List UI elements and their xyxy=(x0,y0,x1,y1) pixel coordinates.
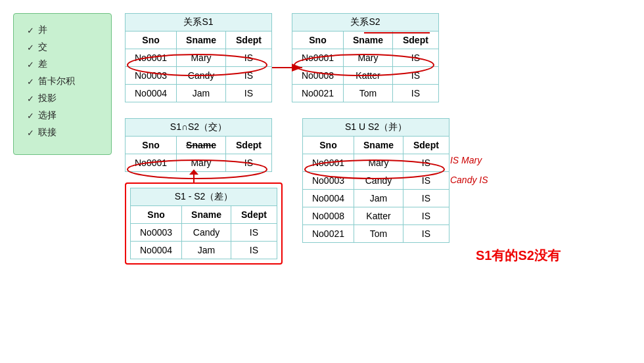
union-r4-sdept: IS xyxy=(403,207,449,225)
union-r4-sname: Katter xyxy=(354,207,403,225)
s1-header-sname: Sname xyxy=(177,32,226,49)
union-title: S1 U S2（并） xyxy=(302,119,449,137)
int-row-1: No0001 Mary IS xyxy=(126,154,272,172)
s1-table-wrapper: 关系S1 Sno Sname Sdept No0001 Mary IS xyxy=(125,13,272,102)
union-r1-sname: Mary xyxy=(354,154,403,172)
bottom-row: S1∩S2（交） Sno Sname Sdept No0001 Ma xyxy=(125,118,631,265)
sidebar-item-label: 笛卡尔积 xyxy=(38,75,75,87)
sidebar-item-cha: ✓ 差 xyxy=(27,58,98,70)
sidebar-item-selection: ✓ 选择 xyxy=(27,110,98,121)
s1-row-3: No0004 Jam IS xyxy=(126,85,272,102)
s1-r1-sdept: IS xyxy=(225,49,271,67)
s2-r1-sdept: IS xyxy=(392,49,438,67)
sidebar-item-label: 选择 xyxy=(38,110,57,121)
s2-header-sdept: Sdept xyxy=(392,32,438,49)
s2-r1-sname: Mary xyxy=(344,49,393,67)
sidebar-item-join: ✓ 联接 xyxy=(27,127,98,139)
s1-header-sno: Sno xyxy=(126,32,177,49)
s2-title: 关系S2 xyxy=(292,14,438,32)
diff-r1-sdept: IS xyxy=(231,224,277,242)
s1-table: 关系S1 Sno Sname Sdept No0001 Mary IS xyxy=(125,13,272,102)
union-r5-sdept: IS xyxy=(403,225,449,243)
s1-header-sdept: Sdept xyxy=(225,32,271,49)
s1-row-1: No0001 Mary IS xyxy=(126,49,272,67)
union-r5-sno: No0021 xyxy=(302,225,354,243)
s2-row-1: No0001 Mary IS xyxy=(292,49,438,67)
union-annotation-candy-is: Candy IS xyxy=(450,175,488,185)
diff-r1-sname: Candy xyxy=(182,224,231,242)
union-r4-sno: No0008 xyxy=(302,207,354,225)
int-header-sdept: Sdept xyxy=(225,137,271,154)
sidebar-item-label: 投影 xyxy=(38,93,57,104)
sidebar-item-label: 并 xyxy=(38,24,47,36)
s2-row-3: No0021 Tom IS xyxy=(292,85,438,102)
diff-row-2: No0004 Jam IS xyxy=(131,242,277,259)
union-r3-sno: No0004 xyxy=(302,190,354,207)
s1-r3-sno: No0004 xyxy=(126,85,177,102)
s1-title: 关系S1 xyxy=(126,14,272,32)
union-wrapper: S1 U S2（并） Sno Sname Sdept No0001 Mary I… xyxy=(302,118,449,243)
s2-header-sname: Sname xyxy=(344,32,393,49)
union-row-4: No0008 Katter IS xyxy=(302,207,449,225)
sidebar-item-projection: ✓ 投影 xyxy=(27,93,98,104)
s2-r3-sname: Tom xyxy=(344,85,393,102)
s2-table-wrapper: 关系S2 Sno Sname Sdept No0001 Mary IS xyxy=(292,13,439,102)
s1-row-2: No0003 Candy IS xyxy=(126,67,272,85)
s2-row-2: No0008 Katter IS xyxy=(292,67,438,85)
s1-r2-sname: Candy xyxy=(177,67,226,85)
check-icon: ✓ xyxy=(27,77,34,87)
diff-row-1: No0003 Candy IS xyxy=(131,224,277,242)
s1-r2-sno: No0003 xyxy=(126,67,177,85)
diff-r2-sdept: IS xyxy=(231,242,277,259)
diff-header-sdept: Sdept xyxy=(231,206,277,224)
s2-r1-sno: No0001 xyxy=(292,49,343,67)
union-header-sname: Sname xyxy=(354,137,403,154)
sidebar-item-bing: ✓ 并 xyxy=(27,24,98,36)
intersection-wrapper: S1∩S2（交） Sno Sname Sdept No0001 Ma xyxy=(125,118,272,172)
int-header-sname: Sname xyxy=(177,137,226,154)
diff-r2-sname: Jam xyxy=(182,242,231,259)
s2-r2-sname: Katter xyxy=(344,67,393,85)
union-row-2: No0003 Candy IS xyxy=(302,172,449,190)
union-r1-sno: No0001 xyxy=(302,154,354,172)
sidebar-item-label: 差 xyxy=(38,58,47,70)
difference-table: S1 - S2（差） Sno Sname Sdept No0003 xyxy=(130,188,277,259)
union-r1-sdept: IS xyxy=(403,154,449,172)
left-bottom-col: S1∩S2（交） Sno Sname Sdept No0001 Ma xyxy=(125,118,283,265)
union-r2-sname: Candy xyxy=(354,172,403,190)
int-r1-sdept: IS xyxy=(225,154,271,172)
s1-r2-sdept: IS xyxy=(225,67,271,85)
union-header-sno: Sno xyxy=(302,137,354,154)
s1-r1-sno: No0001 xyxy=(126,49,177,67)
s2-r2-sdept: IS xyxy=(392,67,438,85)
check-icon: ✓ xyxy=(27,26,34,35)
difference-redbox: S1 - S2（差） Sno Sname Sdept No0003 xyxy=(125,182,283,265)
s1-r3-sname: Jam xyxy=(177,85,226,102)
sidebar-item-label: 交 xyxy=(38,41,47,53)
union-r3-sname: Jam xyxy=(354,190,403,207)
s2-header-sno: Sno xyxy=(292,32,343,49)
sidebar-item-label: 联接 xyxy=(38,127,57,139)
union-r3-sdept: IS xyxy=(403,190,449,207)
union-r2-sdept: IS xyxy=(403,172,449,190)
top-row: 关系S1 Sno Sname Sdept No0001 Mary IS xyxy=(125,13,631,102)
s2-table: 关系S2 Sno Sname Sdept No0001 Mary IS xyxy=(292,13,439,102)
sidebar-item-descartes: ✓ 笛卡尔积 xyxy=(27,75,98,87)
s1-r1-sname: Mary xyxy=(177,49,226,67)
diff-r2-sno: No0004 xyxy=(131,242,182,259)
check-icon: ✓ xyxy=(27,60,34,70)
s2-r2-sno: No0008 xyxy=(292,67,343,85)
s2-r3-sno: No0021 xyxy=(292,85,343,102)
sidebar: ✓ 并 ✓ 交 ✓ 差 ✓ 笛卡尔积 ✓ 投影 ✓ 选择 ✓ 联接 xyxy=(13,13,112,155)
int-r1-sname: Mary xyxy=(177,154,226,172)
diff-r1-sno: No0003 xyxy=(131,224,182,242)
diff-header-sno: Sno xyxy=(131,206,182,224)
union-r5-sname: Tom xyxy=(354,225,403,243)
tables-area: 关系S1 Sno Sname Sdept No0001 Mary IS xyxy=(125,13,631,265)
note-text: S1有的S2没有 xyxy=(476,247,561,265)
intersection-title: S1∩S2（交） xyxy=(126,119,272,137)
diff-header-sname: Sname xyxy=(182,206,231,224)
check-icon: ✓ xyxy=(27,94,34,104)
int-header-sno: Sno xyxy=(126,137,177,154)
union-row-1: No0001 Mary IS xyxy=(302,154,449,172)
